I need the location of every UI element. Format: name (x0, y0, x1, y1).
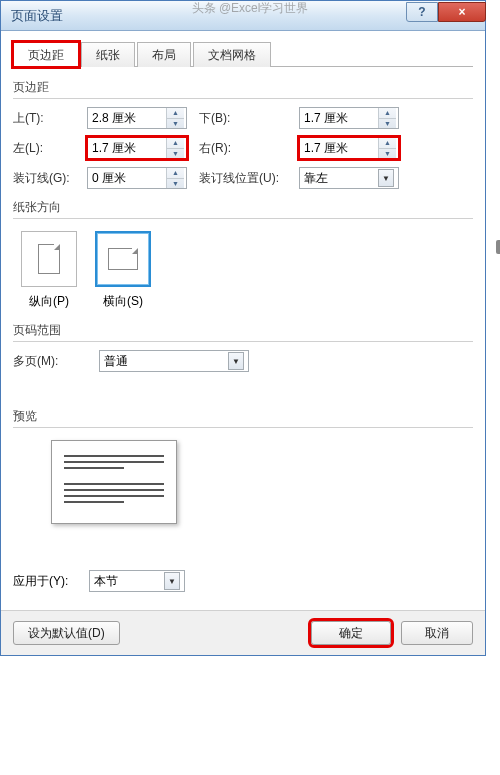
right-margin-spinner[interactable]: ▲▼ (378, 138, 396, 158)
orientation-group: 纸张方向 纵向(P) 横向(S) (13, 199, 473, 312)
portrait-label: 纵向(P) (21, 293, 77, 310)
dialog-body: 页边距 纸张 布局 文档网格 页边距 上(T): ▲▼ 下(B): ▲▼ 左(L (1, 31, 485, 610)
tab-margins[interactable]: 页边距 (13, 42, 79, 67)
gutter-label: 装订线(G): (13, 170, 81, 187)
scrollbar-fragment (496, 240, 500, 254)
titlebar: 页面设置 ? × (1, 1, 485, 31)
preview-page-icon (51, 440, 177, 524)
portrait-icon (21, 231, 77, 287)
window-title: 页面设置 (11, 7, 406, 25)
apply-to-value: 本节 (94, 573, 164, 590)
left-margin-label: 左(L): (13, 140, 81, 157)
tab-layout[interactable]: 布局 (137, 42, 191, 67)
left-margin-field[interactable] (88, 138, 166, 158)
set-default-button[interactable]: 设为默认值(D) (13, 621, 120, 645)
apply-to-select[interactable]: 本节 ▼ (89, 570, 185, 592)
orientation-landscape[interactable]: 横向(S) (95, 231, 151, 310)
close-button[interactable]: × (438, 2, 486, 22)
preview-group-title: 预览 (13, 408, 473, 428)
gutter-spinner[interactable]: ▲▼ (166, 168, 184, 188)
multi-page-label: 多页(M): (13, 353, 93, 370)
bottom-margin-spinner[interactable]: ▲▼ (378, 108, 396, 128)
help-button[interactable]: ? (406, 2, 438, 22)
gutter-input[interactable]: ▲▼ (87, 167, 187, 189)
top-margin-field[interactable] (88, 108, 166, 128)
margins-group: 页边距 上(T): ▲▼ 下(B): ▲▼ 左(L): ▲▼ (13, 79, 473, 189)
pages-group-title: 页码范围 (13, 322, 473, 342)
landscape-label: 横向(S) (95, 293, 151, 310)
button-bar: 设为默认值(D) 确定 取消 (1, 610, 485, 655)
gutter-pos-value: 靠左 (304, 170, 378, 187)
top-margin-spinner[interactable]: ▲▼ (166, 108, 184, 128)
bottom-margin-input[interactable]: ▲▼ (299, 107, 399, 129)
left-margin-input[interactable]: ▲▼ (87, 137, 187, 159)
right-margin-label: 右(R): (193, 140, 293, 157)
chevron-down-icon[interactable]: ▼ (378, 169, 394, 187)
tab-grid[interactable]: 文档网格 (193, 42, 271, 67)
orientation-group-title: 纸张方向 (13, 199, 473, 219)
right-margin-field[interactable] (300, 138, 378, 158)
bottom-margin-field[interactable] (300, 108, 378, 128)
chevron-down-icon[interactable]: ▼ (228, 352, 244, 370)
left-margin-spinner[interactable]: ▲▼ (166, 138, 184, 158)
pages-group: 页码范围 多页(M): 普通 ▼ (13, 322, 473, 372)
cancel-button[interactable]: 取消 (401, 621, 473, 645)
top-margin-input[interactable]: ▲▼ (87, 107, 187, 129)
gutter-pos-label: 装订线位置(U): (193, 170, 293, 187)
top-margin-label: 上(T): (13, 110, 81, 127)
preview-group: 预览 (13, 408, 473, 524)
page-setup-dialog: 页面设置 ? × 页边距 纸张 布局 文档网格 页边距 上(T): ▲▼ 下(B… (0, 0, 486, 656)
ok-button[interactable]: 确定 (311, 621, 391, 645)
multi-page-value: 普通 (104, 353, 228, 370)
tab-strip: 页边距 纸张 布局 文档网格 (13, 41, 473, 67)
bottom-margin-label: 下(B): (193, 110, 293, 127)
margins-group-title: 页边距 (13, 79, 473, 99)
orientation-portrait[interactable]: 纵向(P) (21, 231, 77, 310)
chevron-down-icon[interactable]: ▼ (164, 572, 180, 590)
apply-to-label: 应用于(Y): (13, 573, 89, 590)
gutter-field[interactable] (88, 168, 166, 188)
multi-page-select[interactable]: 普通 ▼ (99, 350, 249, 372)
landscape-icon (95, 231, 151, 287)
right-margin-input[interactable]: ▲▼ (299, 137, 399, 159)
tab-paper[interactable]: 纸张 (81, 42, 135, 67)
gutter-pos-select[interactable]: 靠左 ▼ (299, 167, 399, 189)
